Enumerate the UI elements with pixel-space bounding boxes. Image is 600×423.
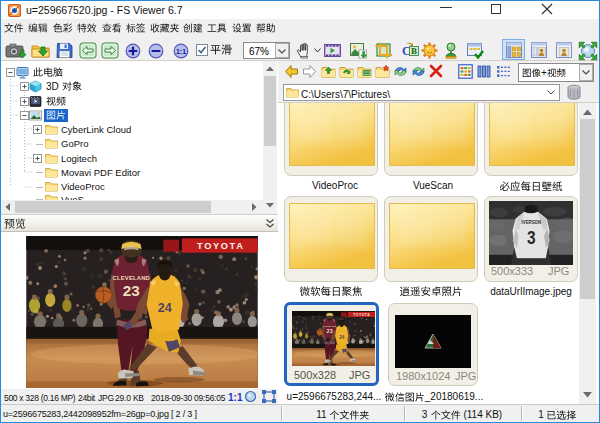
svg-text:B: B [411, 46, 417, 56]
svg-text:1:1: 1:1 [176, 48, 186, 55]
